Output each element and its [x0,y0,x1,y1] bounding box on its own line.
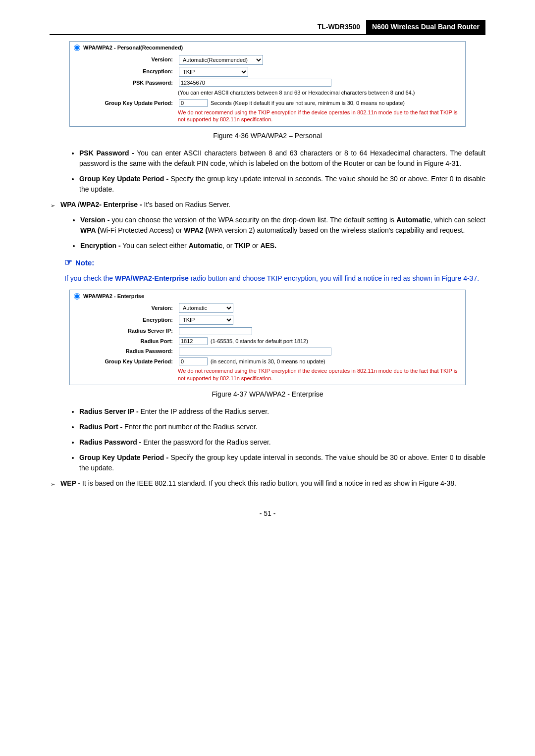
select-encryption[interactable]: TKIP [179,67,248,77]
tkip-warning-1: We do not recommend using the TKIP encry… [70,108,465,126]
wpa-personal-radio[interactable] [74,45,80,51]
tkip-warning-2: We do not recommend using the TKIP encry… [70,366,465,385]
radius-port-hint: (1-65535, 0 stands for default port 1812… [211,337,308,346]
wpa-personal-title: WPA/WPA2 - Personal(Recommended) [83,44,183,52]
bullet-radius-pwd: Radius Password - Enter the password for… [79,437,485,448]
pointer-icon: ☞ [64,257,72,267]
select-version[interactable]: Automatic(Recommended) [179,55,263,65]
label-gkup2: Group Key Update Period: [74,357,179,366]
wpa-personal-panel: WPA/WPA2 - Personal(Recommended) Version… [69,41,466,127]
input-radius-ip[interactable] [179,327,252,335]
figure-caption-2: Figure 4-37 WPA/WPA2 - Enterprise [50,389,485,400]
label-radius-ip: Radius Server IP: [74,327,179,335]
select-version2[interactable]: Automatic [179,303,233,313]
wpa-enterprise-radio[interactable] [74,293,80,300]
gkup-hint: Seconds (Keep it default if you are not … [211,99,405,107]
label-psk: PSK Password: [74,79,179,87]
label-version2: Version: [74,304,179,312]
page-header: TL-WDR3500 N600 Wireless Dual Band Route… [50,20,485,35]
input-gkup[interactable] [179,99,208,107]
bullet-gkup: Group Key Update Period - Specify the gr… [79,174,485,195]
input-psk[interactable] [179,79,331,87]
bullet-radius-ip: Radius Server IP - Enter the IP address … [79,406,485,417]
input-radius-port[interactable] [179,337,208,345]
product-label: N600 Wireless Dual Band Router [366,20,485,34]
tri-wep: WEP - It is based on the IEEE 802.11 sta… [60,478,485,489]
note-body: If you check the WPA/WPA2-Enterprise rad… [64,272,485,285]
bullet-psk: PSK Password - You can enter ASCII chara… [79,148,485,169]
figure-caption-1: Figure 4-36 WPA/WPA2 – Personal [50,131,485,141]
psk-hint: (You can enter ASCII characters between … [70,88,465,98]
select-encryption2[interactable]: TKIP [179,315,233,325]
label-version: Version: [74,55,179,64]
bullet-radius-port: Radius Port - Enter the port number of t… [79,422,485,432]
model-label: TL-WDR3500 [318,20,366,34]
page-number: - 51 - [50,508,485,519]
label-encryption2: Encryption: [74,316,179,324]
bullet-encryption: Encryption - You can select either Autom… [80,241,485,251]
tri-wpa-enterprise: WPA /WPA2- Enterprise - It's based on Ra… [60,200,485,251]
bullet-version: Version - you can choose the version of … [80,215,485,236]
wpa-enterprise-title: WPA/WPA2 - Enterprise [83,292,144,301]
input-radius-pwd[interactable] [179,348,331,355]
gkup-hint2: (in second, minimum is 30, 0 means no up… [211,357,325,366]
input-gkup2[interactable] [179,357,208,365]
bullet-gkup2: Group Key Update Period - Specify the gr… [79,453,485,473]
label-radius-port: Radius Port: [74,337,179,346]
label-gkup: Group Key Update Period: [74,99,179,107]
label-encryption: Encryption: [74,67,179,76]
label-radius-pwd: Radius Password: [74,347,179,355]
note-header: ☞Note: [64,256,485,269]
wpa-enterprise-panel: WPA/WPA2 - Enterprise Version: Automatic… [69,290,466,385]
